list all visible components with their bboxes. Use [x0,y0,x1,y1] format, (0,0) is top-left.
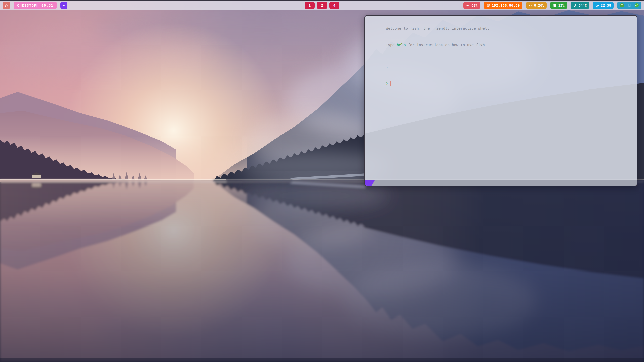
volume-badge[interactable]: 60% [463,2,480,9]
volume-icon [466,3,470,7]
thermometer-icon [573,3,577,7]
user-session-badge: CHRISTOPH 00:31 [14,2,57,9]
temperature-badge: 34°C [571,2,589,9]
greeting-text: for instructions on how to use fish [406,43,485,47]
prompt-path-line: ~ [368,59,633,75]
cpu-load-value: 0.26% [534,3,544,7]
clock-value: 22:58 [601,3,611,7]
launcher-badge[interactable] [3,2,10,9]
home-badge: ~ [60,2,67,9]
terminal-window[interactable]: Welcome to fish, the friendly interactiv… [364,15,637,186]
user-session-label: CHRISTOPH 00:31 [17,3,53,7]
terminal-blank-line [368,53,633,59]
globe-icon [486,3,490,7]
phone-icon[interactable] [627,3,632,8]
workspace-button-1[interactable]: 1 [305,2,315,9]
temperature-value: 34°C [579,3,587,7]
status-bar-left: CHRISTOPH 00:31 ~ [3,2,67,9]
memory-icon [553,3,557,7]
volume-value: 60% [471,3,477,7]
greeting-text: Welcome to fish, the friendly interactiv… [386,26,489,30]
memory-value: 13% [558,3,564,7]
network-badge: 192.168.86.69 [484,2,522,9]
clock-icon [595,3,599,7]
desktop: CHRISTOPH 00:31 ~ 1 2 4 60% [0,0,644,362]
home-label: ~ [63,3,65,7]
clock-badge[interactable]: 22:58 [593,2,614,9]
terminal-line: Welcome to fish, the friendly interactiv… [368,20,633,37]
memory-badge: 13% [550,2,567,9]
tux-icon [4,3,9,8]
network-ip-value: 192.168.86.69 [492,3,520,7]
text-cursor [390,81,391,86]
workspace-button-4[interactable]: 4 [329,2,339,9]
help-command-text: help [397,43,406,47]
prompt-line: ❯ [368,75,633,92]
workspace-button-2[interactable]: 2 [317,2,327,9]
terminal-line: Type help for instructions on how to use… [368,37,633,53]
cpu-load-badge: 0.26% [526,2,547,9]
status-bar-right: 60% 192.168.86.69 0.26% [463,2,641,9]
status-bar: CHRISTOPH 00:31 ~ 1 2 4 60% [0,0,644,10]
greeting-text: Type [386,43,397,47]
prompt-char: ❯ [386,82,388,86]
terminal-tab-label: ~ [368,181,370,185]
prompt-path: ~ [386,65,388,69]
key-icon[interactable] [619,3,624,8]
terminal-tab-bar: ~ [365,180,637,186]
system-tray [617,2,641,9]
terminal-output[interactable]: Welcome to fish, the friendly interactiv… [365,16,637,180]
gauge-icon [529,3,533,7]
workspaces: 1 2 4 [305,2,339,9]
terminal-tab-home[interactable]: ~ [365,180,375,186]
check-icon[interactable] [634,3,639,8]
